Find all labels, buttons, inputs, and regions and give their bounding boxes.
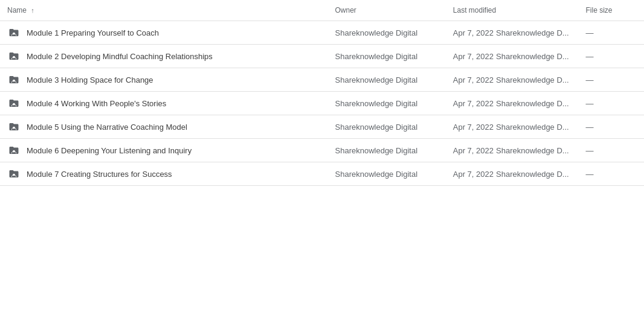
size-column-header[interactable]: File size — [578, 0, 644, 21]
file-name-label: Module 2 Developing Mindful Coaching Rel… — [27, 52, 213, 61]
folder-shared-icon — [7, 121, 21, 132]
table-row[interactable]: Module 7 Creating Structures for Success… — [0, 162, 644, 186]
modified-cell-2: Apr 7, 2022 Shareknowledge D... — [446, 45, 579, 68]
table-row[interactable]: Module 3 Holding Space for Change Sharek… — [0, 68, 644, 92]
folder-shared-icon — [7, 145, 21, 156]
owner-cell-5: Shareknowledge Digital — [328, 115, 446, 139]
modified-cell-4: Apr 7, 2022 Shareknowledge D... — [446, 92, 579, 115]
modified-cell-5: Apr 7, 2022 Shareknowledge D... — [446, 115, 579, 139]
size-cell-5: — — [578, 115, 644, 139]
size-cell-7: — — [578, 162, 644, 186]
name-cell-3: Module 3 Holding Space for Change — [0, 68, 328, 92]
table-row[interactable]: Module 4 Working With People's Stories S… — [0, 92, 644, 115]
table-row[interactable]: Module 5 Using the Narrative Coaching Mo… — [0, 115, 644, 139]
table-row[interactable]: Module 2 Developing Mindful Coaching Rel… — [0, 45, 644, 68]
size-cell-4: — — [578, 92, 644, 115]
size-header-label: File size — [585, 6, 612, 14]
owner-cell-6: Shareknowledge Digital — [328, 139, 446, 162]
modified-cell-1: Apr 7, 2022 Shareknowledge D... — [446, 21, 579, 45]
owner-header-label: Owner — [335, 6, 356, 14]
name-cell-4: Module 4 Working With People's Stories — [0, 92, 328, 115]
sort-icon: ↑ — [31, 7, 34, 14]
table-row[interactable]: Module 6 Deepening Your Listening and In… — [0, 139, 644, 162]
modified-column-header[interactable]: Last modified — [446, 0, 579, 21]
name-header-label: Name — [7, 6, 27, 14]
owner-cell-1: Shareknowledge Digital — [328, 21, 446, 45]
name-cell-6: Module 6 Deepening Your Listening and In… — [0, 139, 328, 162]
owner-cell-7: Shareknowledge Digital — [328, 162, 446, 186]
file-name-label: Module 6 Deepening Your Listening and In… — [27, 146, 192, 155]
folder-shared-icon — [7, 27, 21, 38]
size-cell-3: — — [578, 68, 644, 92]
file-name-label: Module 4 Working With People's Stories — [27, 99, 166, 108]
owner-column-header[interactable]: Owner — [328, 0, 446, 21]
owner-cell-2: Shareknowledge Digital — [328, 45, 446, 68]
folder-shared-icon — [7, 51, 21, 62]
name-cell-5: Module 5 Using the Narrative Coaching Mo… — [0, 115, 328, 139]
modified-cell-6: Apr 7, 2022 Shareknowledge D... — [446, 139, 579, 162]
file-name-label: Module 7 Creating Structures for Success — [27, 170, 172, 179]
size-cell-1: — — [578, 21, 644, 45]
file-table: Name ↑ Owner Last modified File size — [0, 0, 644, 186]
name-cell-1: Module 1 Preparing Yourself to Coach — [0, 21, 328, 45]
owner-cell-4: Shareknowledge Digital — [328, 92, 446, 115]
folder-shared-icon — [7, 74, 21, 85]
table-header-row: Name ↑ Owner Last modified File size — [0, 0, 644, 21]
folder-shared-icon — [7, 168, 21, 179]
name-column-header[interactable]: Name ↑ — [0, 0, 328, 21]
file-name-label: Module 3 Holding Space for Change — [27, 75, 153, 85]
size-cell-6: — — [578, 139, 644, 162]
name-cell-7: Module 7 Creating Structures for Success — [0, 162, 328, 186]
modified-header-label: Last modified — [453, 6, 496, 14]
modified-cell-7: Apr 7, 2022 Shareknowledge D... — [446, 162, 579, 186]
file-name-label: Module 5 Using the Narrative Coaching Mo… — [27, 123, 187, 132]
folder-shared-icon — [7, 98, 21, 109]
size-cell-2: — — [578, 45, 644, 68]
modified-cell-3: Apr 7, 2022 Shareknowledge D... — [446, 68, 579, 92]
name-cell-2: Module 2 Developing Mindful Coaching Rel… — [0, 45, 328, 68]
file-name-label: Module 1 Preparing Yourself to Coach — [27, 28, 159, 37]
table-row[interactable]: Module 1 Preparing Yourself to Coach Sha… — [0, 21, 644, 45]
owner-cell-3: Shareknowledge Digital — [328, 68, 446, 92]
